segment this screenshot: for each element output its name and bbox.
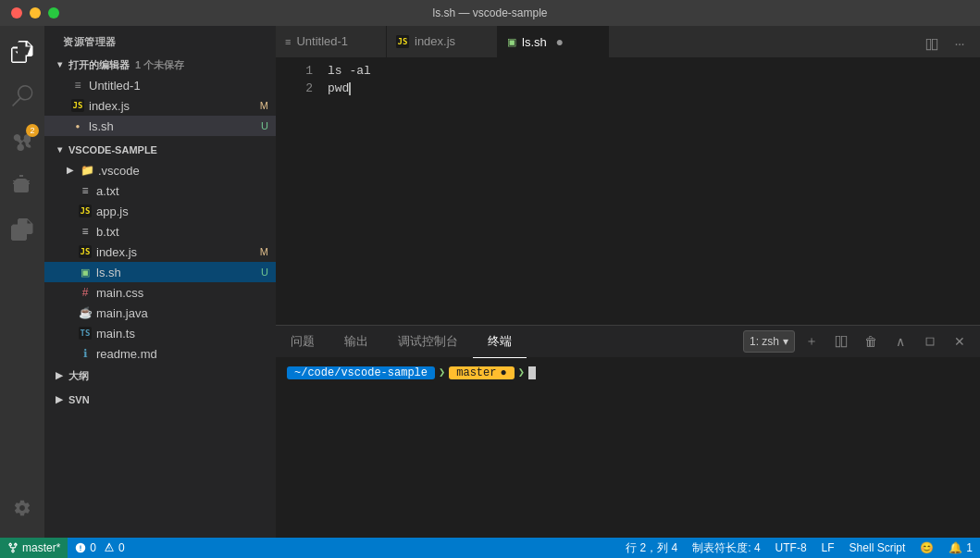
search-activity-icon[interactable]: [0, 74, 44, 118]
code-area[interactable]: ls -al pwd: [320, 58, 971, 325]
git-icon: [7, 542, 19, 553]
outline-label: 大纲: [68, 369, 89, 383]
tab-bar: ≡ Untitled-1 JS index.js ▣ ls.sh ●: [276, 26, 980, 58]
file-atxt[interactable]: ≡ a.txt: [44, 180, 276, 201]
language-status[interactable]: Shell Script: [842, 538, 913, 558]
md-icon: ℹ: [78, 346, 93, 361]
editor-area: ≡ Untitled-1 JS index.js ▣ ls.sh ●: [276, 26, 980, 538]
terminal-select[interactable]: 1: zsh ▾: [743, 330, 795, 353]
file-lssh-name: ls.sh: [96, 266, 261, 279]
encoding-status[interactable]: UTF-8: [768, 538, 814, 558]
tab-indexjs-icon: JS: [396, 35, 409, 48]
lssh-icon: ▣: [78, 265, 93, 279]
editor-content[interactable]: 1 2 ls -al pwd: [276, 58, 980, 325]
line-num-1: 1: [276, 62, 313, 80]
file-maints[interactable]: TS main.ts: [44, 323, 276, 343]
txt-icon: ≡: [78, 183, 93, 198]
eol-status[interactable]: LF: [814, 538, 842, 558]
file-btxt-name: b.txt: [96, 225, 276, 239]
tab-indexjs-label: index.js: [415, 34, 455, 48]
file-btxt[interactable]: ≡ b.txt: [44, 221, 276, 242]
tab-lssh[interactable]: ▣ ls.sh ●: [498, 26, 609, 57]
maximize-panel-button[interactable]: ∧: [887, 329, 913, 354]
panel-tab-problems[interactable]: 问题: [276, 326, 329, 358]
tab-lssh-label: ls.sh: [522, 35, 547, 49]
tab-untitled[interactable]: ≡ Untitled-1: [276, 26, 387, 57]
file-lssh[interactable]: ▣ ls.sh U: [44, 262, 276, 282]
split-terminal-button[interactable]: [828, 329, 854, 354]
debug-activity-icon[interactable]: [0, 163, 44, 207]
panel-tab-output[interactable]: 输出: [329, 326, 383, 358]
indexjs-modified-badge: M: [260, 100, 268, 111]
cursor-position-status[interactable]: 行 2，列 4: [618, 538, 685, 558]
files-activity-icon[interactable]: [0, 30, 44, 74]
file-indexjs[interactable]: JS index.js M: [44, 242, 276, 262]
errors-status[interactable]: 0 0: [68, 538, 131, 558]
file-appjs[interactable]: JS app.js: [44, 201, 276, 221]
close-panel-button[interactable]: ✕: [947, 329, 973, 354]
language-label: Shell Script: [850, 541, 906, 554]
file-maincss[interactable]: # main.css: [44, 282, 276, 303]
folder-icon: 📁: [80, 163, 94, 178]
outline-section[interactable]: ▶ 大纲: [44, 366, 276, 386]
tab-indexjs[interactable]: JS index.js: [387, 26, 498, 57]
source-control-activity-icon[interactable]: 2: [0, 118, 44, 163]
editor-scrollbar[interactable]: [971, 58, 980, 325]
terminal-cursor: [528, 366, 536, 379]
notifications-status[interactable]: 🔔 1: [941, 538, 980, 558]
file-maincss-name: main.css: [96, 286, 276, 300]
open-editors-section[interactable]: ▾ 打开的编辑器 1 个未保存: [44, 55, 276, 75]
file-.vscode[interactable]: ▶ 📁 .vscode: [44, 160, 276, 180]
kill-terminal-button[interactable]: 🗑: [858, 329, 884, 354]
tab-size-status[interactable]: 制表符长度: 4: [685, 538, 767, 558]
open-editor-untitled[interactable]: ≡ Untitled-1: [44, 75, 276, 95]
tab-lssh-close[interactable]: ●: [552, 34, 567, 49]
git-branch-status[interactable]: master*: [0, 538, 68, 558]
extensions-activity-icon[interactable]: [0, 207, 44, 252]
close-button[interactable]: [11, 7, 22, 19]
more-actions-button[interactable]: [947, 31, 973, 57]
css-icon: #: [78, 285, 93, 300]
open-editors-label: 打开的编辑器: [68, 58, 130, 72]
file-readmemd[interactable]: ℹ readme.md: [44, 343, 276, 364]
smiley-icon: 😊: [920, 541, 934, 554]
file-mainjava[interactable]: ☕ main.java: [44, 303, 276, 323]
terminal-select-chevron: ▾: [783, 335, 788, 348]
restore-panel-button[interactable]: [917, 329, 943, 354]
error-count: 0: [90, 541, 96, 554]
output-tab-label: 输出: [344, 333, 368, 350]
open-editor-lssh[interactable]: ● ls.sh U: [44, 116, 276, 136]
outline-chevron: ▶: [52, 368, 67, 383]
project-section[interactable]: ▾ VSCODE-SAMPLE: [44, 140, 276, 160]
terminal-git-arrow: ❯: [439, 366, 445, 379]
file-atxt-name: a.txt: [96, 184, 276, 198]
minimize-button[interactable]: [30, 7, 41, 19]
new-terminal-button[interactable]: ＋: [799, 329, 825, 354]
git-dot: ●: [500, 366, 506, 379]
tab-lssh-icon: ▣: [507, 36, 516, 48]
panel-actions: 1: zsh ▾ ＋ 🗑 ∧: [743, 329, 980, 354]
panel-tab-debug[interactable]: 调试控制台: [383, 326, 473, 358]
ts-icon: TS: [78, 326, 93, 341]
text-cursor: [349, 82, 351, 95]
maximize-button[interactable]: [48, 7, 59, 19]
js-file-icon: JS: [70, 98, 85, 113]
file-readmemd-name: readme.md: [96, 347, 276, 361]
panel-tab-terminal[interactable]: 终端: [473, 326, 527, 358]
file-mainjava-name: main.java: [96, 306, 276, 320]
open-editor-indexjs[interactable]: JS index.js M: [44, 95, 276, 116]
svn-section[interactable]: ▶ SVN: [44, 390, 276, 410]
open-editor-untitled-name: Untitled-1: [89, 79, 276, 93]
terminal-content[interactable]: ~/code/vscode-sample ❯ master ● ❯: [276, 358, 980, 538]
smiley-status[interactable]: 😊: [912, 538, 941, 558]
code-line-1: ls -al: [328, 62, 971, 80]
tab-untitled-label: Untitled-1: [296, 34, 348, 48]
split-editor-button[interactable]: [919, 31, 945, 57]
settings-activity-icon[interactable]: [0, 486, 44, 530]
lssh-badge: U: [261, 267, 268, 278]
untitled-file-icon: ≡: [70, 78, 85, 93]
eol-label: LF: [822, 541, 835, 554]
warning-icon: [104, 542, 115, 553]
source-control-badge: 2: [26, 124, 39, 137]
terminal-prompt: ~/code/vscode-sample ❯ master ● ❯: [287, 366, 969, 379]
